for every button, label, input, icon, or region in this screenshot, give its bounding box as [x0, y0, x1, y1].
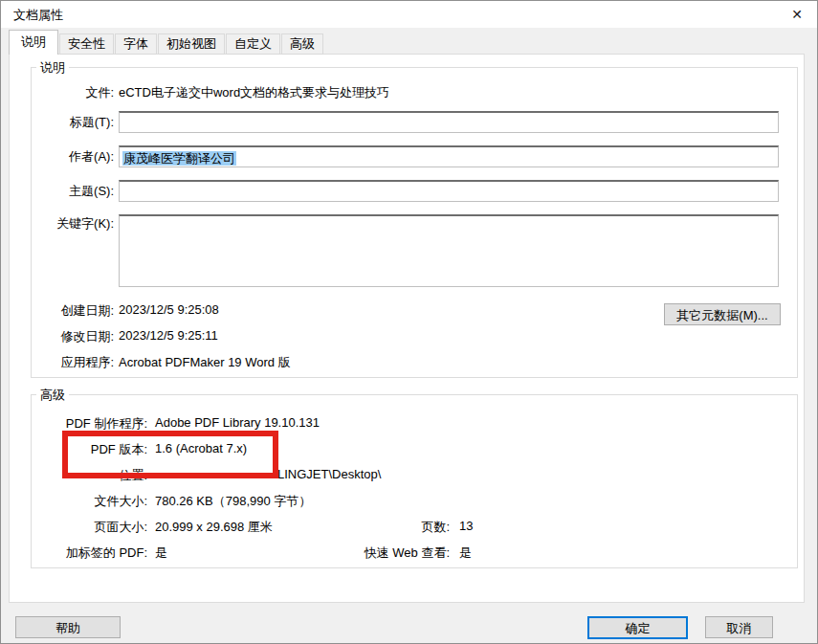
- tagged-pdf-value: 是: [155, 544, 167, 562]
- modified-label: 修改日期:: [31, 328, 114, 345]
- tab-security[interactable]: 安全性: [59, 33, 114, 55]
- modified-row: 修改日期: 2023/12/5 9:25:11: [10, 328, 804, 344]
- red-highlight-annotation: [62, 431, 278, 478]
- file-value: eCTD电子递交中word文档的格式要求与处理技巧: [119, 84, 389, 101]
- application-value: Acrobat PDFMaker 19 Word 版: [119, 354, 291, 371]
- file-row: 文件: eCTD电子递交中word文档的格式要求与处理技巧: [10, 84, 804, 100]
- tagged-pdf-row: 加标签的 PDF: 是 快速 Web 查看: 是: [10, 544, 804, 561]
- tab-description[interactable]: 说明: [9, 30, 58, 55]
- modified-value: 2023/12/5 9:25:11: [119, 328, 218, 343]
- tab-advanced[interactable]: 高级: [281, 33, 323, 55]
- title-bar: 文档属性 ✕: [1, 1, 817, 28]
- dialog-client-area: 说明 安全性 字体 初始视图 自定义 高级 说明 文件: eCTD电子递交中wo…: [1, 28, 817, 643]
- pdf-producer-row: PDF 制作程序: Adobe PDF Library 19.10.131: [10, 415, 804, 432]
- tab-custom[interactable]: 自定义: [226, 33, 280, 55]
- pagesize-label: 页面大小:: [31, 519, 147, 536]
- title-label: 标题(T):: [31, 114, 114, 131]
- filesize-row: 文件大小: 780.26 KB（798,990 字节）: [10, 493, 804, 509]
- tab-initial-view[interactable]: 初始视图: [158, 33, 225, 55]
- ok-button[interactable]: 确定: [587, 616, 688, 639]
- subject-label: 主题(S):: [31, 183, 114, 200]
- tab-bar: 说明 安全性 字体 初始视图 自定义 高级: [9, 30, 324, 55]
- tagged-pdf-label: 加标签的 PDF:: [31, 544, 147, 562]
- dialog-title: 文档属性: [13, 7, 63, 24]
- pagecount-label: 页数:: [325, 519, 450, 536]
- file-label: 文件:: [31, 84, 114, 101]
- additional-metadata-button[interactable]: 其它元数据(M)...: [664, 303, 781, 325]
- author-label: 作者(A):: [31, 148, 114, 166]
- application-label: 应用程序:: [31, 354, 114, 371]
- pagesize-row: 页面大小: 20.999 x 29.698 厘米 页数: 13: [10, 519, 804, 535]
- fast-web-view-value: 是: [459, 544, 472, 562]
- advanced-group-label: 高级: [36, 387, 69, 404]
- cancel-button[interactable]: 取消: [705, 616, 773, 638]
- subject-input[interactable]: [119, 180, 779, 202]
- tab-fonts[interactable]: 字体: [115, 33, 157, 55]
- author-input[interactable]: 康茂峰医学翻译公司: [119, 145, 779, 167]
- document-properties-dialog: 文档属性 ✕ 说明 安全性 字体 初始视图 自定义 高级 说明 文件: eCTD…: [0, 0, 818, 644]
- pdf-producer-value: Adobe PDF Library 19.10.131: [155, 415, 320, 430]
- description-group-label: 说明: [36, 59, 69, 77]
- keywords-label: 关键字(K):: [31, 215, 114, 233]
- created-label: 创建日期:: [31, 302, 114, 320]
- created-value: 2023/12/5 9:25:08: [119, 302, 219, 317]
- pagecount-value: 13: [459, 519, 473, 533]
- help-button[interactable]: 帮助: [15, 616, 121, 638]
- filesize-value: 780.26 KB（798,990 字节）: [155, 493, 311, 510]
- description-tab-page: 说明 文件: eCTD电子递交中word文档的格式要求与处理技巧 标题(T): …: [9, 54, 805, 603]
- filesize-label: 文件大小:: [31, 493, 147, 510]
- close-icon[interactable]: ✕: [785, 5, 809, 25]
- fast-web-view-label: 快速 Web 查看:: [325, 544, 450, 562]
- location-value: LINGJET\Desktop\: [277, 467, 381, 481]
- pagesize-value: 20.999 x 29.698 厘米: [155, 519, 273, 536]
- author-selected-text: 康茂峰医学翻译公司: [122, 151, 236, 166]
- title-input[interactable]: [119, 111, 779, 133]
- application-row: 应用程序: Acrobat PDFMaker 19 Word 版: [10, 354, 804, 370]
- keywords-textarea[interactable]: [119, 214, 779, 287]
